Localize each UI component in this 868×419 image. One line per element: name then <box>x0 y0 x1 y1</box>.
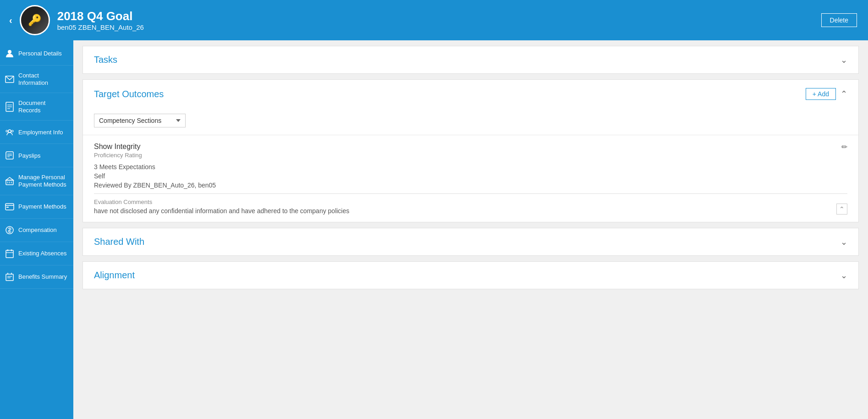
sidebar-item-employment-info[interactable]: Employment Info <box>0 121 73 144</box>
alignment-chevron: ⌄ <box>841 270 847 281</box>
payment-methods-icon <box>5 202 15 212</box>
tasks-section-header[interactable]: Tasks ⌄ <box>83 46 858 73</box>
sidebar-label-personal-details: Personal Details <box>18 50 62 57</box>
add-button[interactable]: + Add <box>806 88 836 100</box>
svg-point-8 <box>11 130 13 132</box>
avatar-image: 🔑 <box>21 6 49 34</box>
target-outcomes-title: Target Outcomes <box>94 89 164 99</box>
sidebar-label-payslips: Payslips <box>18 152 40 160</box>
avatar: 🔑 <box>20 5 50 35</box>
edit-icon[interactable]: ✏ <box>841 143 847 151</box>
alignment-header[interactable]: Alignment ⌄ <box>83 262 858 289</box>
entry-reviewed-by: Reviewed By ZBEN_BEN_Auto_26, ben05 <box>94 182 847 189</box>
sidebar-label-existing-absences: Existing Absences <box>18 250 67 257</box>
svg-marker-14 <box>6 177 13 180</box>
sidebar-label-contact-information: Contact Information <box>18 72 69 86</box>
svg-point-0 <box>8 50 11 54</box>
employment-icon <box>5 127 15 137</box>
person-icon <box>5 49 15 59</box>
entry-subtitle: Proficiency Rating <box>94 152 847 159</box>
target-outcomes-actions: + Add ⌃ <box>806 88 847 100</box>
header-title-group: 2018 Q4 Goal ben05 ZBEN_BEN_Auto_26 <box>57 9 144 31</box>
shared-with-section: Shared With ⌄ <box>82 228 859 256</box>
main-content: Tasks ⌄ Target Outcomes + Add ⌃ Competen… <box>73 40 868 419</box>
sidebar-label-compensation: Compensation <box>18 226 57 234</box>
alignment-title: Alignment <box>94 270 135 281</box>
svg-rect-20 <box>6 207 9 208</box>
entry-comments-text: have not disclosed any confidential info… <box>94 207 847 215</box>
tasks-section: Tasks ⌄ <box>82 46 859 74</box>
sidebar-item-payslips[interactable]: Payslips <box>0 144 73 167</box>
target-outcomes-section: Target Outcomes + Add ⌃ Competency Secti… <box>82 79 859 222</box>
entry-collapse-button[interactable]: ⌃ <box>836 204 847 215</box>
bank-icon <box>5 176 15 186</box>
sidebar-item-payment-methods[interactable]: Payment Methods <box>0 195 73 219</box>
sidebar: Personal Details Contact Information Doc… <box>0 40 73 419</box>
sidebar-item-compensation[interactable]: Compensation <box>0 219 73 242</box>
sidebar-label-payment-methods: Payment Methods <box>18 203 66 210</box>
calendar-icon <box>5 248 15 259</box>
svg-point-7 <box>6 130 8 132</box>
sidebar-item-manage-personal-payment-methods[interactable]: Manage Personal Payment Methods <box>0 167 73 195</box>
compensation-icon <box>5 225 15 235</box>
sidebar-item-existing-absences[interactable]: Existing Absences <box>0 242 73 265</box>
tasks-chevron: ⌄ <box>841 55 847 65</box>
shared-with-title: Shared With <box>94 237 144 247</box>
page-title: 2018 Q4 Goal <box>57 9 144 23</box>
sidebar-item-personal-details[interactable]: Personal Details <box>0 42 73 66</box>
back-button[interactable]: ‹ <box>9 15 12 26</box>
entry-reviewer-label: Self <box>94 172 847 180</box>
alignment-section: Alignment ⌄ <box>82 261 859 289</box>
delete-button[interactable]: Delete <box>821 13 857 27</box>
tasks-title: Tasks <box>94 55 117 65</box>
target-outcomes-chevron-up: ⌃ <box>841 89 847 99</box>
target-outcomes-header: Target Outcomes + Add ⌃ <box>83 80 858 108</box>
document-icon <box>5 102 15 112</box>
sidebar-item-document-records[interactable]: Document Records <box>0 93 73 121</box>
entry-divider <box>94 193 847 194</box>
sidebar-label-benefits-summary: Benefits Summary <box>18 273 67 281</box>
payslips-icon <box>5 150 15 160</box>
sidebar-label-manage-personal-payment-methods: Manage Personal Payment Methods <box>18 174 69 188</box>
body-layout: Personal Details Contact Information Doc… <box>0 40 868 419</box>
page-subtitle: ben05 ZBEN_BEN_Auto_26 <box>57 23 144 31</box>
sidebar-label-employment-info: Employment Info <box>18 129 63 136</box>
svg-rect-26 <box>6 274 13 281</box>
sidebar-item-contact-information[interactable]: Contact Information <box>0 66 73 93</box>
entry-rating: 3 Meets Expectations <box>94 163 847 171</box>
sidebar-item-benefits-summary[interactable]: Benefits Summary <box>0 265 73 289</box>
entry-title: Show Integrity <box>94 143 847 151</box>
benefits-icon <box>5 272 15 282</box>
show-integrity-entry: Show Integrity Proficiency Rating ✏ 3 Me… <box>83 135 858 222</box>
competency-dropdown-container: Competency Sections Goals Objectives <box>83 108 858 135</box>
sidebar-label-document-records: Document Records <box>18 99 69 114</box>
mail-icon <box>5 74 15 84</box>
shared-with-chevron: ⌄ <box>841 237 847 247</box>
competency-dropdown[interactable]: Competency Sections Goals Objectives <box>94 114 186 127</box>
shared-with-header[interactable]: Shared With ⌄ <box>83 228 858 255</box>
header: ‹ 🔑 2018 Q4 Goal ben05 ZBEN_BEN_Auto_26 … <box>0 0 868 40</box>
svg-rect-22 <box>6 250 13 258</box>
entry-comments-label: Evaluation Comments <box>94 198 847 205</box>
svg-point-6 <box>8 130 11 132</box>
